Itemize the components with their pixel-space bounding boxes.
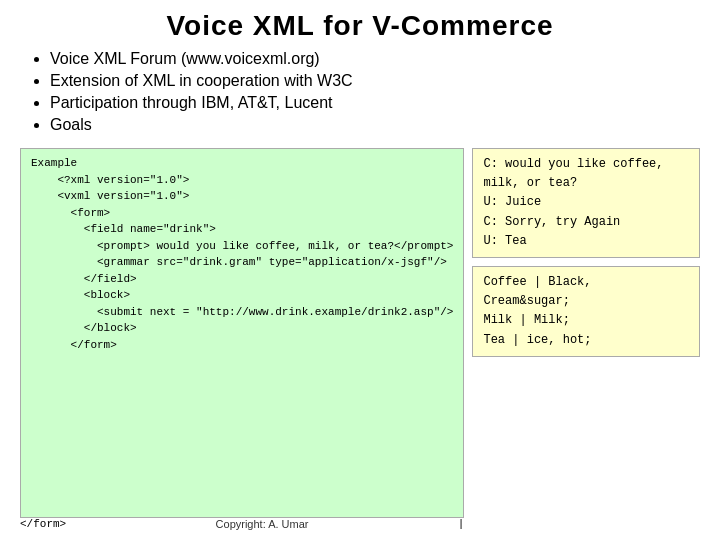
main-bullet-list: Voice XML Forum (www.voicexml.org) Exten… — [20, 50, 700, 138]
code-label: Example — [31, 157, 77, 169]
page-title: Voice XML for V-Commerce — [20, 10, 700, 42]
dialogue-box: C: would you like coffee, milk, or tea? … — [472, 148, 700, 258]
code-block: Example <?xml version="1.0"> <vxml versi… — [20, 148, 464, 518]
grammar-line-4: Tea | ice, hot; — [483, 331, 689, 350]
bottom-area: Example <?xml version="1.0"> <vxml versi… — [20, 148, 700, 530]
copyright: Copyright: A. Umar — [216, 518, 309, 530]
grammar-line-2: Cream&sugar; — [483, 292, 689, 311]
bullet-item-2: Extension of XML in cooperation with W3C — [50, 72, 700, 90]
grammar-line-1: Coffee | Black, — [483, 273, 689, 292]
dialogue-line-3: C: Sorry, try Again — [483, 213, 689, 232]
right-column: C: would you like coffee, milk, or tea? … — [472, 148, 700, 530]
bullet-item-1: Voice XML Forum (www.voicexml.org) — [50, 50, 700, 68]
bullet-item-3: Participation through IBM, AT&T, Lucent — [50, 94, 700, 112]
grammar-line-3: Milk | Milk; — [483, 311, 689, 330]
dialogue-line-4: U: Tea — [483, 232, 689, 251]
pipe-symbol: | — [458, 518, 465, 530]
page: Voice XML for V-Commerce Voice XML Forum… — [0, 0, 720, 540]
dialogue-line-2: U: Juice — [483, 193, 689, 212]
bullet-item-4: Goals — [50, 116, 700, 134]
code-footer: </form> Copyright: A. Umar | — [20, 518, 464, 530]
dialogue-line-1: C: would you like coffee, milk, or tea? — [483, 155, 689, 193]
grammar-box: Coffee | Black, Cream&sugar; Milk | Milk… — [472, 266, 700, 357]
code-end-tag: </form> — [20, 518, 66, 530]
